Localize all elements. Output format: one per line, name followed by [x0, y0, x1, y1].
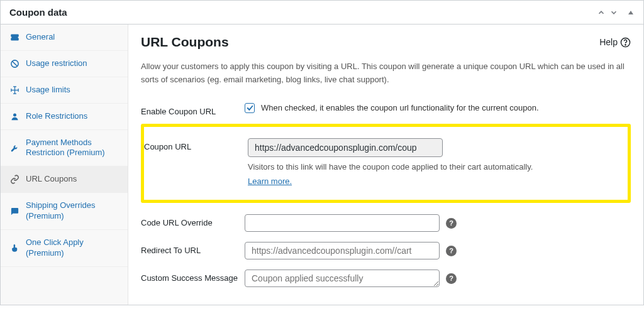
sidebar-item-usage-limits[interactable]: Usage limits: [1, 77, 128, 104]
enable-coupon-url-desc: When checked, it enables the coupon url …: [261, 103, 539, 112]
move-down-icon[interactable]: [609, 8, 618, 17]
help-tooltip-icon[interactable]: ?: [446, 218, 457, 229]
panel-title: Coupon data: [9, 7, 67, 18]
link-icon: [9, 175, 19, 184]
label-enable-coupon-url: Enable Coupon URL: [141, 103, 245, 116]
row-enable-coupon-url: Enable Coupon URL When checked, it enabl…: [141, 98, 631, 121]
svg-marker-0: [628, 11, 633, 14]
collapse-toggle-icon[interactable]: [627, 9, 635, 16]
custom-success-message-input[interactable]: [245, 270, 440, 287]
coupon-url-readonly[interactable]: https://advancedcouponsplugin.com/coup: [248, 138, 443, 157]
row-code-url-override: Code URL Override ?: [141, 209, 631, 237]
sidebar-item-role-restrictions[interactable]: Role Restrictions: [1, 104, 128, 130]
sidebar-item-label: Usage restriction: [26, 58, 87, 69]
row-custom-success-message: Custom Success Message ?: [141, 264, 631, 292]
message-icon: [9, 207, 19, 216]
main-content: URL Coupons Help Allow your customers to…: [128, 25, 643, 305]
code-url-override-input[interactable]: [245, 214, 440, 232]
svg-line-2: [12, 61, 17, 66]
sidebar: General Usage restriction Usage limits R…: [1, 25, 128, 305]
sidebar-item-url-coupons[interactable]: URL Coupons: [1, 166, 128, 193]
ban-icon: [9, 59, 19, 68]
sidebar-item-label: Payment Methods Restriction (Premium): [26, 138, 119, 159]
label-custom-success-message: Custom Success Message: [141, 270, 245, 283]
intro-text: Allow your customers to apply this coupo…: [141, 60, 631, 87]
coupon-url-desc: Visitors to this link will have the coup…: [248, 161, 628, 173]
sidebar-item-one-click-apply[interactable]: One Click Apply (Premium): [1, 230, 128, 267]
ticket-icon: [9, 33, 19, 42]
help-label: Help: [599, 37, 618, 47]
row-redirect-to-url: Redirect To URL ?: [141, 237, 631, 264]
move-up-icon[interactable]: [597, 8, 606, 17]
main-header: URL Coupons Help: [141, 35, 631, 50]
sidebar-item-label: One Click Apply (Premium): [26, 237, 119, 259]
help-link[interactable]: Help: [599, 37, 631, 48]
label-redirect-to-url: Redirect To URL: [141, 242, 245, 255]
sidebar-item-payment-methods[interactable]: Payment Methods Restriction (Premium): [1, 130, 128, 167]
sidebar-item-label: Shipping Overrides (Premium): [26, 200, 119, 222]
panel-header: Coupon data: [1, 1, 643, 25]
sidebar-item-label: Role Restrictions: [26, 111, 87, 122]
sidebar-item-label: General: [26, 32, 55, 43]
help-tooltip-icon[interactable]: ?: [446, 246, 457, 256]
panel-body: General Usage restriction Usage limits R…: [1, 25, 643, 305]
redirect-to-url-input[interactable]: [245, 242, 440, 259]
help-tooltip-icon[interactable]: ?: [446, 273, 457, 284]
label-coupon-url: Coupon URL: [144, 138, 248, 151]
panel-controls: [597, 8, 635, 17]
hand-pointer-icon: [9, 243, 19, 253]
sidebar-item-label: Usage limits: [26, 85, 70, 95]
sidebar-item-label: URL Coupons: [26, 174, 77, 185]
svg-point-11: [625, 44, 626, 45]
learn-more-link[interactable]: Learn more.: [248, 177, 628, 186]
sidebar-item-general[interactable]: General: [1, 25, 128, 51]
sidebar-item-usage-restriction[interactable]: Usage restriction: [1, 51, 128, 77]
expand-icon: [9, 85, 19, 95]
coupon-data-panel: Coupon data General: [0, 0, 644, 305]
user-icon: [9, 112, 19, 121]
enable-coupon-url-checkbox[interactable]: [245, 103, 255, 113]
highlighted-coupon-url-row: Coupon URL https://advancedcouponsplugin…: [141, 124, 631, 204]
wrench-icon: [9, 143, 19, 153]
label-code-url-override: Code URL Override: [141, 214, 245, 227]
help-circle-icon: [620, 37, 631, 48]
svg-point-9: [13, 113, 16, 116]
main-title: URL Coupons: [141, 35, 229, 50]
sidebar-item-shipping-overrides[interactable]: Shipping Overrides (Premium): [1, 193, 128, 230]
